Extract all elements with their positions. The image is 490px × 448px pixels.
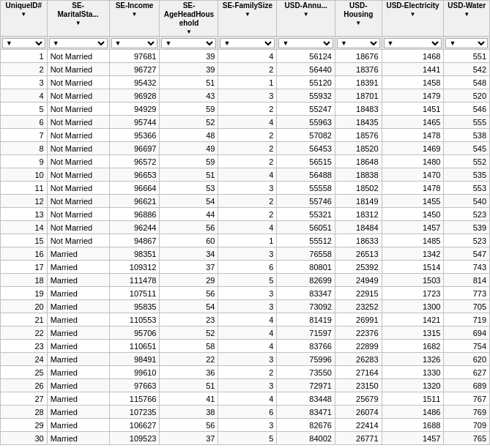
cell: 97663 [109,379,160,392]
cell: 21 [1,313,48,326]
cell: 19 [1,287,48,300]
cell: Married [47,340,109,353]
cell: 25 [1,366,48,379]
cell: 1468 [382,50,444,63]
cell: 44 [160,208,218,221]
filter-id[interactable]: ▼ [1,37,48,50]
filter-age[interactable]: ▼ [160,37,218,50]
cell: 27 [1,392,48,406]
cell: 109312 [109,261,160,274]
filter-marital[interactable]: ▼ [47,37,109,50]
cell: 1315 [382,326,444,340]
cell: 5 [218,274,277,287]
data-table: UniqueID# ▼ SE-MaritalSta... ▼ SE-Income… [0,0,490,445]
cell: 6 [218,406,277,419]
table-row: 8Not Married9669749256453185201469545 [1,142,490,155]
cell: 2 [218,129,277,142]
cell: 2 [218,155,277,168]
cell: 1486 [382,406,444,419]
cell: 95366 [109,129,160,142]
table-row: 26Married9766351372971231501320689 [1,379,490,392]
filter-electricity[interactable]: ▼ [382,37,444,50]
cell: Not Married [47,89,109,102]
cell: 29 [1,419,48,432]
sort-icon-marital[interactable]: ▼ [75,20,81,26]
filter-water[interactable]: ▼ [444,37,490,50]
table-row: 2Not Married9672739256440183761441542 [1,63,490,76]
cell: 689 [444,379,490,392]
sort-icon-electricity[interactable]: ▼ [410,11,416,18]
cell: 1421 [382,313,444,326]
cell: 22899 [335,340,382,353]
cell: 95432 [109,76,160,89]
cell: 1503 [382,274,444,287]
cell: 73550 [277,366,335,379]
cell: 1470 [382,168,444,182]
sort-icon-water[interactable]: ▼ [464,11,469,18]
cell: 56453 [277,142,335,155]
cell: 39 [160,63,218,76]
filter-housing[interactable]: ▼ [335,37,382,50]
cell: 1451 [382,102,444,116]
filter-family[interactable]: ▼ [218,37,277,50]
cell: 545 [444,142,490,155]
cell: 76558 [277,247,335,261]
cell: 1330 [382,366,444,379]
sort-icon-age[interactable]: ▼ [186,29,192,35]
sort-icon-family[interactable]: ▼ [245,11,250,18]
cell: 765 [444,432,490,445]
cell: 54 [160,300,218,313]
sort-icon-income[interactable]: ▼ [132,11,138,18]
cell: 709 [444,419,490,432]
table-row: 18Married11147829582699249491503814 [1,274,490,287]
cell: 27164 [335,366,382,379]
table-row: 22Married9570652471597223761315694 [1,326,490,340]
cell: 3 [218,287,277,300]
cell: 1723 [382,287,444,300]
filter-income[interactable]: ▼ [109,37,160,50]
cell: 2 [218,63,277,76]
cell: 82699 [277,274,335,287]
table-row: 17Married10931237680801253921514743 [1,261,490,274]
table-row: 16Married9835134376558265131342547 [1,247,490,261]
cell: 59 [160,155,218,168]
cell: 43 [160,89,218,102]
table-row: 5Not Married9492959255247184831451546 [1,102,490,116]
cell: 1320 [382,379,444,392]
filter-annual[interactable]: ▼ [277,37,335,50]
cell: 538 [444,129,490,142]
table-row: 6Not Married9574452455963184351465555 [1,116,490,129]
cell: 52 [160,326,218,340]
cell: 23 [160,313,218,326]
table-row: 21Married11055323481419269911421719 [1,313,490,326]
cell: 1465 [382,116,444,129]
cell: 55932 [277,89,335,102]
cell: 3 [1,76,48,89]
cell: 54 [160,195,218,208]
cell: 1457 [382,221,444,234]
cell: 95835 [109,300,160,313]
cell: 773 [444,287,490,300]
cell: 3 [218,353,277,366]
cell: 4 [218,326,277,340]
sort-icon-annual[interactable]: ▼ [303,11,309,18]
cell: 539 [444,221,490,234]
cell: 1682 [382,340,444,353]
cell: 82676 [277,419,335,432]
cell: 1479 [382,89,444,102]
cell: 106627 [109,419,160,432]
cell: Married [47,406,109,419]
cell: 6 [218,261,277,274]
cell: 705 [444,300,490,313]
cell: 107511 [109,287,160,300]
cell: 553 [444,182,490,195]
cell: 99610 [109,366,160,379]
cell: 55746 [277,195,335,208]
cell: 555 [444,116,490,129]
cell: 84002 [277,432,335,445]
cell: Married [47,274,109,287]
sort-icon-id[interactable]: ▼ [21,11,26,18]
sort-icon-housing[interactable]: ▼ [355,20,361,26]
cell: 81419 [277,313,335,326]
cell: 56488 [277,168,335,182]
